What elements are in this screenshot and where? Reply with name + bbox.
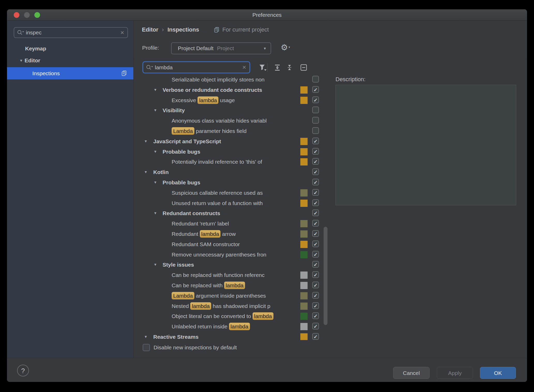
expand-all-button[interactable] (272, 63, 282, 72)
question-mark-icon: ? (21, 367, 25, 374)
inspection-checkbox[interactable]: ✓ (312, 138, 319, 144)
scope-indicator: For current project (213, 26, 269, 33)
help-button[interactable]: ? (17, 365, 29, 376)
inspection-checkbox[interactable]: ✓ (312, 220, 319, 227)
tree-row[interactable]: Suspicious callable reference used as✓ (139, 188, 329, 198)
title-bar[interactable]: Preferences (7, 9, 527, 21)
tree-row[interactable]: ▼Kotlin✓ (139, 167, 329, 177)
inspection-checkbox[interactable]: ✓ (312, 333, 319, 340)
tree-row[interactable]: Lambda argument inside parentheses✓ (139, 291, 329, 301)
search-match-highlight: lambda (190, 302, 211, 310)
severity-swatch (300, 189, 308, 197)
disable-new-inspections-checkbox[interactable] (143, 344, 150, 351)
tree-row[interactable]: Can be replaced with lambda✓ (139, 280, 329, 291)
reset-filter-button[interactable] (299, 63, 309, 72)
inspection-checkbox[interactable] (312, 117, 319, 124)
severity-swatch (300, 323, 308, 330)
expand-arrow-icon[interactable]: ▼ (154, 177, 157, 188)
expand-arrow-icon[interactable]: ▼ (144, 332, 148, 340)
tree-row[interactable]: Can be replaced with function referenc✓ (139, 270, 329, 280)
clear-search-icon[interactable]: ✕ (120, 30, 124, 36)
inspection-checkbox[interactable]: ✓ (312, 199, 319, 206)
tree-row[interactable]: Potentially invalid reference to 'this' … (139, 157, 329, 167)
inspection-checkbox[interactable]: ✓ (312, 189, 319, 196)
inspection-label: Redundant 'return' label (172, 218, 300, 229)
breadcrumb: Editor › Inspections For current project (142, 26, 269, 34)
inspection-checkbox[interactable]: ✓ (312, 323, 319, 329)
expand-arrow-icon[interactable]: ▼ (154, 208, 157, 218)
search-match-highlight: Lambda (172, 292, 194, 299)
tree-row[interactable]: ▼Visibility (139, 105, 329, 116)
tree-row[interactable]: ▼Probable bugs✓ (139, 177, 329, 188)
apply-button[interactable]: Apply (437, 367, 473, 379)
tree-row[interactable]: ▼JavaScript and TypeScript✓ (139, 136, 329, 147)
inspection-checkbox[interactable]: ✓ (312, 168, 319, 175)
inspections-search-field[interactable]: ✕ (143, 62, 250, 73)
breadcrumb-editor[interactable]: Editor (142, 26, 158, 33)
profile-dropdown[interactable]: Project Default Project ▼ (171, 42, 271, 54)
tree-row[interactable]: Unused return value of a function with✓ (139, 198, 329, 208)
tree-row[interactable]: Redundant 'return' label✓ (139, 218, 329, 229)
expand-arrow-icon[interactable]: ▼ (154, 85, 157, 95)
inspection-checkbox[interactable]: ✓ (312, 148, 319, 155)
expand-arrow-icon[interactable]: ▼ (144, 136, 148, 147)
inspection-checkbox[interactable]: ✓ (312, 158, 319, 165)
inspection-checkbox[interactable]: ✓ (312, 292, 319, 299)
tree-scrollbar[interactable] (324, 227, 327, 325)
severity-swatch (300, 148, 308, 155)
severity-swatch (300, 86, 308, 94)
inspection-checkbox[interactable]: ✓ (312, 302, 319, 309)
tree-row[interactable]: Remove unnecessary parentheses fron✓ (139, 250, 329, 260)
tree-row[interactable]: ▼Style issues✓ (139, 260, 329, 270)
inspection-checkbox[interactable]: ✓ (312, 312, 319, 319)
tree-row[interactable]: Redundant lambda arrow✓ (139, 229, 329, 239)
tree-row[interactable]: Excessive lambda usage✓ (139, 95, 329, 105)
expand-arrow-icon[interactable]: ▼ (19, 55, 23, 66)
inspection-checkbox[interactable] (312, 127, 319, 134)
inspection-checkbox[interactable]: ✓ (312, 179, 319, 185)
settings-sidebar: ✕ Keymap▼EditorInspections (7, 21, 133, 358)
tree-row[interactable]: Object literal can be converted to lambd… (139, 311, 329, 321)
tree-row[interactable]: ▼Reactive Streams✓ (139, 332, 329, 340)
ok-button[interactable]: OK (480, 367, 516, 379)
inspection-checkbox[interactable]: ✓ (312, 230, 319, 237)
tree-row[interactable]: Lambda parameter hides field (139, 126, 329, 136)
tree-row[interactable]: Anonymous class variable hides variabl (139, 116, 329, 126)
inspection-label: Object literal can be converted to lambd… (172, 311, 300, 321)
tree-row[interactable]: Unlabeled return inside lambda✓ (139, 321, 329, 332)
tree-row[interactable]: Nested lambda has shadowed implicit p✓ (139, 301, 329, 311)
filter-button[interactable] (257, 63, 267, 72)
collapse-all-button[interactable] (285, 63, 294, 72)
inspection-checkbox[interactable]: ✓ (312, 209, 319, 216)
inspection-checkbox[interactable]: ✓ (312, 96, 319, 103)
inspection-checkbox[interactable]: ✓ (312, 282, 319, 288)
clear-search-icon[interactable]: ✕ (242, 64, 246, 70)
tree-row[interactable]: Redundant SAM constructor✓ (139, 239, 329, 250)
tree-row[interactable]: ▼Redundant constructs✓ (139, 208, 329, 218)
inspection-checkbox[interactable]: ✓ (312, 271, 319, 278)
profile-gear-button[interactable]: ⚙▾ (279, 42, 289, 54)
profile-value: Project Default (178, 45, 213, 51)
breadcrumb-inspections[interactable]: Inspections (167, 26, 199, 33)
tree-row[interactable]: ▼Verbose or redundant code constructs✓ (139, 85, 329, 95)
inspection-checkbox[interactable] (312, 107, 319, 113)
inspection-checkbox[interactable]: ✓ (312, 261, 319, 268)
expand-arrow-icon[interactable]: ▼ (154, 147, 157, 157)
tree-row[interactable]: ▼Probable bugs✓ (139, 147, 329, 157)
expand-arrow-icon[interactable]: ▼ (154, 260, 157, 270)
inspection-checkbox[interactable]: ✓ (312, 251, 319, 258)
inspection-checkbox[interactable] (312, 76, 319, 82)
settings-search-input[interactable] (24, 29, 120, 36)
severity-swatch (300, 200, 308, 207)
expand-arrow-icon[interactable]: ▼ (154, 105, 157, 116)
cancel-button[interactable]: Cancel (393, 367, 430, 379)
tree-row[interactable]: Serializable object implicitly stores no… (139, 74, 329, 85)
inspection-checkbox[interactable]: ✓ (312, 240, 319, 247)
sidebar-item-keymap[interactable]: Keymap (7, 43, 133, 55)
sidebar-item-editor[interactable]: ▼Editor (7, 55, 133, 66)
inspections-search-input[interactable] (153, 64, 242, 71)
settings-search-field[interactable]: ✕ (14, 27, 128, 38)
expand-arrow-icon[interactable]: ▼ (144, 167, 148, 177)
sidebar-item-inspections[interactable]: Inspections (7, 67, 133, 79)
inspection-checkbox[interactable]: ✓ (312, 86, 319, 93)
